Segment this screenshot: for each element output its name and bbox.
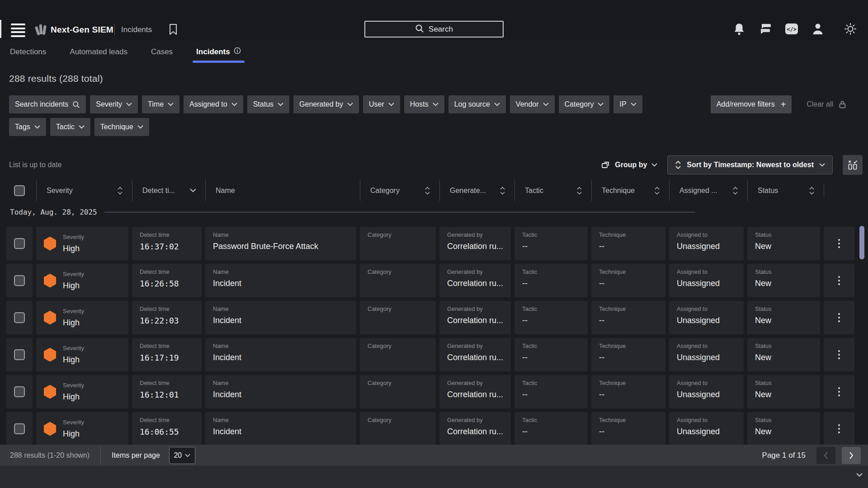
chevron-down-icon — [34, 125, 40, 129]
kebab-menu-icon[interactable] — [838, 239, 840, 248]
cell-label: Status — [755, 268, 816, 275]
row-checkbox[interactable] — [14, 423, 25, 434]
column-header-label: Detect ti... — [142, 187, 175, 195]
app-title: Next-Gen SIEM — [51, 25, 113, 35]
kebab-menu-icon[interactable] — [838, 387, 840, 396]
next-page-button[interactable] — [842, 447, 861, 464]
row-checkbox[interactable] — [14, 238, 25, 249]
filter-chip[interactable]: Status — [247, 95, 289, 113]
filter-chip[interactable]: IP — [613, 95, 642, 113]
items-per-page-select[interactable]: 20 — [169, 447, 195, 464]
status-value: New — [755, 316, 816, 325]
tab[interactable]: Automated leads — [69, 42, 128, 64]
title-divider — [114, 23, 115, 35]
chevron-down-icon — [543, 103, 549, 106]
sort-updown-icon — [654, 187, 660, 195]
filter-chip[interactable]: Vendor — [510, 95, 555, 113]
column-header[interactable]: Category — [360, 180, 436, 201]
column-picker-button[interactable] — [843, 155, 863, 175]
table-row[interactable]: Severity High Detect time 16:26:58 Name … — [6, 264, 861, 297]
status-value: New — [755, 427, 816, 436]
row-actions-cell — [824, 301, 854, 334]
column-header[interactable]: Status — [747, 180, 820, 201]
generated-by-cell: Generated by Correlation ru... — [439, 338, 511, 371]
filter-chip-label: User — [369, 100, 384, 108]
clear-all-button[interactable]: Clear all — [807, 100, 846, 108]
column-header[interactable]: Detect ti... — [132, 180, 202, 201]
column-header[interactable]: Generate... — [439, 180, 511, 201]
generated-by-value: Correlation ru... — [447, 316, 507, 325]
bookmark-icon[interactable] — [168, 23, 178, 37]
tab[interactable]: Cases — [150, 42, 174, 64]
filter-chip[interactable]: Severity — [90, 95, 138, 113]
table-row[interactable]: Severity High Detect time 16:37:02 Name … — [6, 227, 861, 260]
chevron-down-icon — [79, 125, 85, 129]
column-header[interactable]: Severity — [36, 180, 128, 201]
filter-chip[interactable]: Category — [559, 95, 610, 113]
filter-chip[interactable]: User — [363, 95, 400, 113]
table-row[interactable]: Severity High Detect time 16:12:01 Name … — [6, 375, 861, 408]
info-icon[interactable] — [234, 47, 241, 56]
assigned-to-cell: Assigned to Unassigned — [669, 264, 744, 297]
hamburger-menu-icon[interactable] — [11, 23, 25, 37]
group-by-button[interactable]: Group by — [601, 160, 657, 169]
column-header[interactable]: Name — [205, 180, 356, 201]
notifications-bell-icon[interactable] — [732, 22, 746, 36]
sort-updown-icon — [425, 187, 430, 195]
row-checkbox[interactable] — [14, 312, 25, 323]
theme-brightness-icon[interactable] — [844, 22, 857, 36]
name-value: Password Brute-Force Attack — [213, 242, 353, 251]
detect-time-value: 16:12:01 — [140, 390, 198, 399]
row-checkbox[interactable] — [14, 275, 25, 286]
cell-label: Detect time — [140, 305, 198, 312]
add-remove-filters-button[interactable]: Add/remove filters + — [711, 95, 792, 113]
filter-chip[interactable]: Hosts — [404, 95, 444, 113]
tab[interactable]: Detections — [9, 42, 47, 64]
sort-button[interactable]: Sort by Timestamp: Newest to oldest — [667, 155, 833, 174]
cell-label: Tactic — [522, 268, 584, 275]
column-header[interactable]: Assigned ... — [669, 180, 744, 201]
filter-chip[interactable]: Technique — [94, 118, 149, 136]
search-incidents-chip[interactable]: Search incidents — [9, 95, 86, 113]
assigned-to-value: Unassigned — [677, 427, 740, 436]
filter-chip[interactable]: Generated by — [293, 95, 359, 113]
cell-label: Category — [368, 417, 432, 423]
table-row[interactable]: Severity High Detect time 16:22:03 Name … — [6, 301, 861, 334]
filter-chip[interactable]: Log source — [448, 95, 506, 113]
user-profile-icon[interactable] — [811, 22, 825, 36]
row-checkbox-cell — [6, 227, 33, 260]
cell-label: Severity — [63, 234, 84, 240]
row-checkbox[interactable] — [14, 386, 25, 397]
table-row[interactable]: Severity High Detect time 16:06:55 Name … — [6, 412, 861, 446]
kebab-menu-icon[interactable] — [838, 313, 840, 322]
name-value: Incident — [213, 427, 353, 436]
column-header[interactable]: Tactic — [514, 180, 588, 201]
cell-label: Detect time — [140, 268, 198, 275]
search-input[interactable]: Search — [364, 21, 504, 38]
filter-chip[interactable]: Time — [142, 95, 179, 113]
cell-label: Category — [368, 231, 432, 238]
kebab-menu-icon[interactable] — [838, 350, 840, 359]
filter-chip-label: Category — [565, 100, 594, 108]
row-checkbox[interactable] — [14, 349, 25, 360]
detect-time-value: 16:17:19 — [140, 353, 198, 362]
select-all-checkbox[interactable] — [14, 185, 25, 196]
previous-page-button[interactable] — [816, 447, 835, 464]
status-cell: Status New — [747, 227, 820, 260]
tab[interactable]: Incidents — [195, 42, 242, 64]
table-row[interactable]: Severity High Detect time 16:17:19 Name … — [6, 338, 861, 371]
scrollbar-thumb[interactable] — [859, 226, 864, 259]
cell-label: Detect time — [140, 417, 198, 423]
messages-icon[interactable] — [759, 22, 772, 36]
date-separator: Today, Aug. 28, 2025 — [10, 208, 695, 216]
filter-chip[interactable]: Assigned to — [184, 95, 243, 113]
filter-chip[interactable]: Tags — [9, 118, 46, 136]
column-header-label: Status — [758, 187, 778, 195]
column-header[interactable]: Technique — [591, 180, 665, 201]
filter-chip[interactable]: Tactic — [50, 118, 90, 136]
assigned-to-value: Unassigned — [677, 316, 740, 325]
console-code-icon[interactable]: </> — [785, 22, 798, 36]
kebab-menu-icon[interactable] — [838, 276, 840, 285]
scrollbar-down-icon[interactable] — [856, 471, 863, 479]
kebab-menu-icon[interactable] — [838, 424, 840, 433]
